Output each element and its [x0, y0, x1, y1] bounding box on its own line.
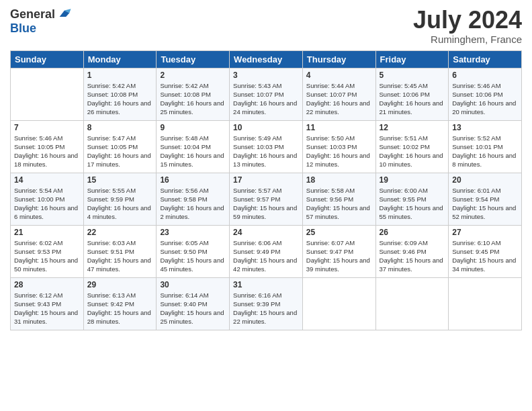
day-number: 5 [380, 71, 445, 80]
calendar-weekday-thursday: Thursday [302, 50, 375, 68]
day-info: Sunrise: 6:12 AMSunset: 9:43 PMDaylight:… [14, 291, 80, 326]
calendar-cell: 22 Sunrise: 6:03 AMSunset: 9:51 PMDaylig… [83, 225, 157, 277]
calendar-cell: 18 Sunrise: 5:58 AMSunset: 9:56 PMDaylig… [302, 173, 375, 225]
day-number: 2 [160, 71, 226, 80]
calendar-cell: 30 Sunrise: 6:14 AMSunset: 9:40 PMDaylig… [157, 277, 230, 330]
day-number: 13 [452, 123, 518, 132]
day-number: 21 [14, 228, 80, 237]
day-number: 30 [160, 280, 226, 289]
calendar-weekday-friday: Friday [375, 50, 449, 68]
calendar-cell: 16 Sunrise: 5:56 AMSunset: 9:58 PMDaylig… [157, 173, 230, 225]
calendar-cell: 5 Sunrise: 5:45 AMSunset: 10:06 PMDaylig… [375, 68, 449, 120]
day-number: 8 [87, 123, 153, 132]
calendar-header-row: SundayMondayTuesdayWednesdayThursdayFrid… [11, 50, 522, 68]
calendar-cell [11, 68, 84, 120]
day-info: Sunrise: 5:49 AMSunset: 10:03 PMDaylight… [233, 134, 299, 169]
day-info: Sunrise: 5:45 AMSunset: 10:06 PMDaylight… [380, 81, 445, 117]
day-info: Sunrise: 6:00 AMSunset: 9:55 PMDaylight:… [380, 186, 445, 222]
day-info: Sunrise: 5:58 AMSunset: 9:56 PMDaylight:… [306, 186, 372, 222]
day-number: 28 [14, 280, 80, 289]
day-number: 7 [14, 123, 80, 132]
calendar-week-row: 1 Sunrise: 5:42 AMSunset: 10:08 PMDaylig… [11, 68, 522, 120]
day-number: 9 [160, 123, 226, 132]
day-info: Sunrise: 5:52 AMSunset: 10:01 PMDaylight… [452, 134, 518, 169]
calendar-week-row: 28 Sunrise: 6:12 AMSunset: 9:43 PMDaylig… [11, 277, 522, 330]
day-info: Sunrise: 5:48 AMSunset: 10:04 PMDaylight… [160, 134, 226, 169]
logo-bird-icon [57, 7, 72, 21]
month-title: July 2024 [413, 7, 522, 34]
main-container: General Blue July 2024 Ruminghem, France… [0, 0, 532, 337]
day-number: 17 [233, 175, 299, 185]
day-info: Sunrise: 6:03 AMSunset: 9:51 PMDaylight:… [87, 238, 153, 274]
day-number: 20 [452, 175, 518, 185]
day-info: Sunrise: 6:09 AMSunset: 9:46 PMDaylight:… [380, 238, 445, 274]
calendar-cell: 26 Sunrise: 6:09 AMSunset: 9:46 PMDaylig… [375, 225, 449, 277]
calendar-week-row: 21 Sunrise: 6:02 AMSunset: 9:53 PMDaylig… [11, 225, 522, 277]
day-info: Sunrise: 5:51 AMSunset: 10:02 PMDaylight… [380, 134, 445, 169]
day-info: Sunrise: 5:43 AMSunset: 10:07 PMDaylight… [233, 81, 299, 117]
calendar-cell [375, 277, 449, 330]
calendar-cell: 9 Sunrise: 5:48 AMSunset: 10:04 PMDaylig… [157, 120, 230, 173]
calendar-cell: 7 Sunrise: 5:46 AMSunset: 10:05 PMDaylig… [11, 120, 84, 173]
day-number: 22 [87, 228, 153, 237]
calendar-weekday-monday: Monday [83, 50, 157, 68]
day-info: Sunrise: 6:05 AMSunset: 9:50 PMDaylight:… [160, 238, 226, 274]
day-number: 6 [452, 71, 518, 80]
day-info: Sunrise: 5:42 AMSunset: 10:08 PMDaylight… [87, 81, 153, 117]
calendar-weekday-wednesday: Wednesday [230, 50, 303, 68]
calendar-cell: 21 Sunrise: 6:02 AMSunset: 9:53 PMDaylig… [11, 225, 84, 277]
day-info: Sunrise: 5:47 AMSunset: 10:05 PMDaylight… [87, 134, 153, 169]
day-info: Sunrise: 6:02 AMSunset: 9:53 PMDaylight:… [14, 238, 80, 274]
calendar-cell: 24 Sunrise: 6:06 AMSunset: 9:49 PMDaylig… [230, 225, 303, 277]
calendar-cell: 14 Sunrise: 5:54 AMSunset: 10:00 PMDayli… [11, 173, 84, 225]
calendar-cell: 4 Sunrise: 5:44 AMSunset: 10:07 PMDaylig… [302, 68, 375, 120]
day-number: 23 [160, 228, 226, 237]
calendar-week-row: 14 Sunrise: 5:54 AMSunset: 10:00 PMDayli… [11, 173, 522, 225]
day-number: 3 [233, 71, 299, 80]
calendar-table: SundayMondayTuesdayWednesdayThursdayFrid… [10, 50, 522, 330]
day-info: Sunrise: 6:16 AMSunset: 9:39 PMDaylight:… [233, 291, 299, 326]
day-number: 10 [233, 123, 299, 132]
calendar-cell: 2 Sunrise: 5:42 AMSunset: 10:08 PMDaylig… [157, 68, 230, 120]
calendar-cell: 20 Sunrise: 6:01 AMSunset: 9:54 PMDaylig… [449, 173, 522, 225]
day-info: Sunrise: 5:46 AMSunset: 10:05 PMDaylight… [14, 134, 80, 169]
calendar-cell: 23 Sunrise: 6:05 AMSunset: 9:50 PMDaylig… [157, 225, 230, 277]
location: Ruminghem, France [413, 34, 522, 45]
day-number: 24 [233, 228, 299, 237]
calendar-cell: 6 Sunrise: 5:46 AMSunset: 10:06 PMDaylig… [449, 68, 522, 120]
day-number: 25 [306, 228, 372, 237]
day-number: 16 [160, 175, 226, 185]
day-info: Sunrise: 6:13 AMSunset: 9:42 PMDaylight:… [87, 291, 153, 326]
day-info: Sunrise: 5:56 AMSunset: 9:58 PMDaylight:… [160, 186, 226, 222]
calendar-cell: 31 Sunrise: 6:16 AMSunset: 9:39 PMDaylig… [230, 277, 303, 330]
day-number: 1 [87, 71, 153, 80]
day-info: Sunrise: 5:50 AMSunset: 10:03 PMDaylight… [306, 134, 372, 169]
day-number: 11 [306, 123, 372, 132]
calendar-cell: 10 Sunrise: 5:49 AMSunset: 10:03 PMDayli… [230, 120, 303, 173]
calendar-cell [302, 277, 375, 330]
day-info: Sunrise: 5:42 AMSunset: 10:08 PMDaylight… [160, 81, 226, 117]
calendar-cell: 13 Sunrise: 5:52 AMSunset: 10:01 PMDayli… [449, 120, 522, 173]
day-number: 31 [233, 280, 299, 289]
day-number: 4 [306, 71, 372, 80]
calendar-cell: 3 Sunrise: 5:43 AMSunset: 10:07 PMDaylig… [230, 68, 303, 120]
calendar-cell: 17 Sunrise: 5:57 AMSunset: 9:57 PMDaylig… [230, 173, 303, 225]
logo-blue-text: Blue [10, 21, 36, 36]
logo-general-text: General [10, 7, 55, 21]
calendar-cell: 1 Sunrise: 5:42 AMSunset: 10:08 PMDaylig… [83, 68, 157, 120]
day-number: 15 [87, 175, 153, 185]
calendar-weekday-saturday: Saturday [449, 50, 522, 68]
day-info: Sunrise: 5:54 AMSunset: 10:00 PMDaylight… [14, 186, 80, 222]
calendar-cell: 27 Sunrise: 6:10 AMSunset: 9:45 PMDaylig… [449, 225, 522, 277]
day-info: Sunrise: 5:44 AMSunset: 10:07 PMDaylight… [306, 81, 372, 117]
day-info: Sunrise: 5:57 AMSunset: 9:57 PMDaylight:… [233, 186, 299, 222]
calendar-weekday-sunday: Sunday [11, 50, 84, 68]
calendar-weekday-tuesday: Tuesday [157, 50, 230, 68]
day-info: Sunrise: 6:06 AMSunset: 9:49 PMDaylight:… [233, 238, 299, 274]
title-area: July 2024 Ruminghem, France [413, 7, 522, 45]
calendar-week-row: 7 Sunrise: 5:46 AMSunset: 10:05 PMDaylig… [11, 120, 522, 173]
day-number: 14 [14, 175, 80, 185]
calendar-cell: 25 Sunrise: 6:07 AMSunset: 9:47 PMDaylig… [302, 225, 375, 277]
calendar-cell: 28 Sunrise: 6:12 AMSunset: 9:43 PMDaylig… [11, 277, 84, 330]
day-number: 26 [380, 228, 445, 237]
